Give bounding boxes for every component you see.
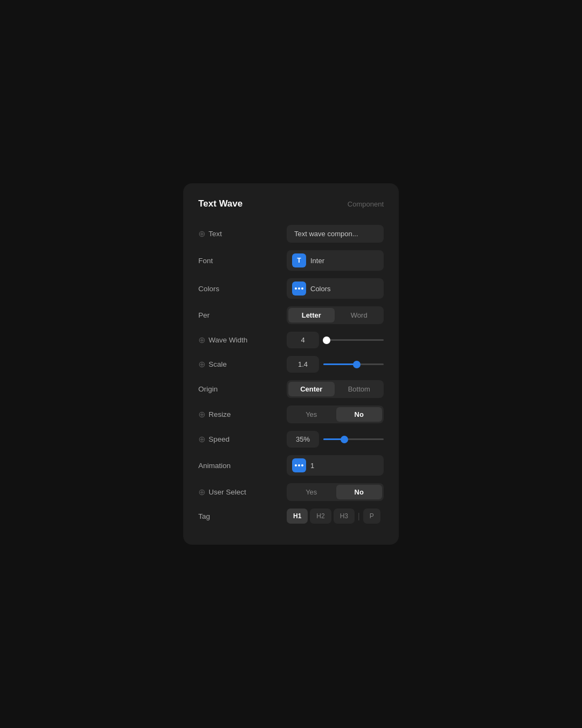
dot2 — [298, 287, 300, 290]
dot3 — [301, 287, 303, 290]
speed-thumb[interactable] — [341, 436, 348, 443]
properties-panel: Text Wave Component ⊕ Text Font T Inter … — [183, 183, 399, 545]
user-select-toggle-group: Yes No — [287, 483, 384, 501]
tag-group: H1 H2 H3 | P — [287, 509, 384, 524]
resize-label: ⊕ Resize — [198, 410, 263, 419]
scale-control — [287, 356, 384, 373]
wave-width-row: ⊕ Wave Width — [198, 328, 384, 352]
anim-dot1 — [295, 464, 297, 466]
user-select-no-btn[interactable]: No — [336, 485, 383, 499]
speed-control — [287, 431, 384, 448]
colors-label: Colors — [198, 285, 263, 293]
animation-value: 1 — [310, 462, 314, 470]
colors-selector[interactable]: Colors — [287, 278, 384, 299]
wave-width-thumb[interactable] — [323, 336, 330, 344]
origin-center-btn[interactable]: Center — [288, 382, 335, 396]
text-control — [287, 225, 384, 243]
panel-subtitle: Component — [348, 200, 384, 208]
origin-row: Origin Center Bottom — [198, 376, 384, 402]
scale-row: ⊕ Scale — [198, 352, 384, 376]
scale-label: ⊕ Scale — [198, 360, 263, 369]
wave-width-input[interactable] — [287, 332, 319, 348]
resize-toggle-group: Yes No — [287, 406, 384, 423]
per-toggle-group: Letter Word — [287, 306, 384, 324]
text-row: ⊕ Text — [198, 221, 384, 246]
scale-slider[interactable] — [323, 363, 384, 365]
speed-input[interactable] — [287, 431, 319, 448]
font-name: Inter — [310, 257, 324, 265]
colors-row: Colors Colors — [198, 274, 384, 303]
animation-row: Animation 1 — [198, 451, 384, 479]
dot1 — [295, 287, 297, 290]
anim-dot3 — [301, 464, 303, 466]
per-letter-btn[interactable]: Letter — [288, 308, 335, 322]
origin-toggle-group: Center Bottom — [287, 380, 384, 398]
origin-label: Origin — [198, 385, 263, 393]
user-select-plus-icon[interactable]: ⊕ — [198, 488, 205, 497]
tag-divider: | — [357, 512, 361, 520]
tag-row: Tag H1 H2 H3 | P — [198, 505, 384, 527]
panel-title: Text Wave — [198, 198, 242, 209]
resize-plus-icon[interactable]: ⊕ — [198, 410, 205, 419]
colors-icon — [292, 281, 306, 296]
per-word-btn[interactable]: Word — [336, 308, 383, 322]
wave-width-control — [287, 332, 384, 348]
scale-input[interactable] — [287, 356, 319, 373]
resize-row: ⊕ Resize Yes No — [198, 402, 384, 427]
scale-plus-icon[interactable]: ⊕ — [198, 360, 205, 369]
text-input[interactable] — [287, 225, 384, 243]
resize-no-btn[interactable]: No — [336, 407, 383, 422]
tag-label: Tag — [198, 512, 263, 520]
animation-label: Animation — [198, 462, 263, 470]
font-label: Font — [198, 257, 263, 265]
font-icon: T — [292, 253, 306, 267]
user-select-yes-btn[interactable]: Yes — [288, 485, 335, 499]
tag-h3-btn[interactable]: H3 — [334, 509, 355, 524]
font-row: Font T Inter — [198, 246, 384, 274]
font-selector[interactable]: T Inter — [287, 250, 384, 271]
animation-icon — [292, 458, 306, 472]
per-row: Per Letter Word — [198, 303, 384, 328]
animation-selector[interactable]: 1 — [287, 455, 384, 476]
wave-width-plus-icon[interactable]: ⊕ — [198, 336, 205, 345]
tag-p-btn[interactable]: P — [363, 509, 380, 524]
wave-width-label: ⊕ Wave Width — [198, 336, 263, 345]
colors-value: Colors — [310, 285, 331, 293]
text-label: ⊕ Text — [198, 230, 263, 238]
user-select-label: ⊕ User Select — [198, 488, 263, 497]
wave-width-slider[interactable] — [323, 339, 384, 341]
panel-header: Text Wave Component — [198, 198, 384, 209]
speed-plus-icon[interactable]: ⊕ — [198, 435, 205, 444]
per-label: Per — [198, 311, 263, 319]
speed-label: ⊕ Speed — [198, 435, 263, 444]
speed-row: ⊕ Speed — [198, 427, 384, 451]
user-select-row: ⊕ User Select Yes No — [198, 479, 384, 505]
text-plus-icon[interactable]: ⊕ — [198, 230, 205, 238]
scale-fill — [323, 363, 357, 365]
speed-slider[interactable] — [323, 438, 384, 440]
tag-h2-btn[interactable]: H2 — [310, 509, 331, 524]
resize-yes-btn[interactable]: Yes — [288, 407, 335, 422]
anim-dot2 — [298, 464, 300, 466]
scale-thumb[interactable] — [353, 361, 361, 368]
tag-h1-btn[interactable]: H1 — [287, 509, 308, 524]
origin-bottom-btn[interactable]: Bottom — [336, 382, 383, 396]
